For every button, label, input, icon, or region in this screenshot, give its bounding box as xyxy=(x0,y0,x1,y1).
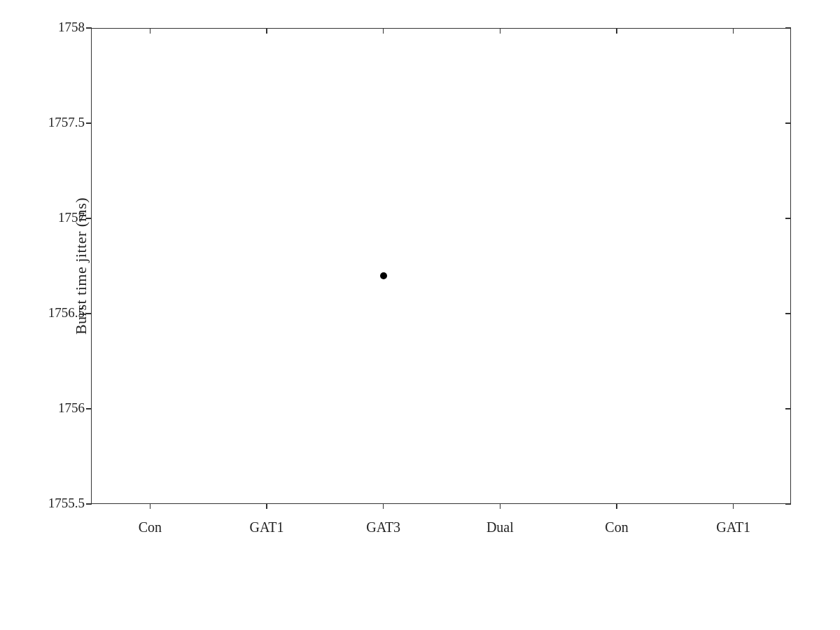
x-tick xyxy=(383,503,384,509)
y-tick-label: 1755.5 xyxy=(29,496,85,511)
x-tick xyxy=(500,503,501,509)
x-top-tick xyxy=(266,28,267,34)
y-tick-label: 1756.5 xyxy=(29,305,85,321)
x-label: Con xyxy=(605,519,628,536)
chart-area: 1755.517561756.517571757.51758ConGAT1GAT… xyxy=(91,28,791,504)
y-right-tick xyxy=(785,408,791,410)
x-top-tick xyxy=(383,28,384,34)
x-top-tick xyxy=(500,28,501,34)
data-point xyxy=(380,272,387,279)
x-tick xyxy=(616,503,617,509)
x-tick xyxy=(150,503,151,509)
x-label: Dual xyxy=(486,519,514,536)
x-tick xyxy=(733,503,734,509)
chart-container: Burst time jitter (ms) 1755.517561756.51… xyxy=(0,0,840,630)
y-right-tick xyxy=(785,503,791,505)
y-tick-label: 1756 xyxy=(29,400,85,416)
y-tick-label: 1757 xyxy=(29,210,85,225)
y-tick-line xyxy=(86,218,92,219)
y-right-tick xyxy=(785,122,791,124)
x-top-tick xyxy=(150,28,151,34)
x-label: Con xyxy=(139,519,162,536)
y-tick-label: 1758 xyxy=(29,20,85,35)
x-tick xyxy=(266,503,267,509)
y-tick-line xyxy=(86,313,92,314)
x-top-tick xyxy=(616,28,617,34)
y-right-tick xyxy=(785,218,791,219)
x-label: GAT1 xyxy=(250,519,284,536)
y-tick-line xyxy=(86,122,92,124)
y-tick-line xyxy=(86,408,92,410)
x-label: GAT1 xyxy=(716,519,750,536)
y-tick-line xyxy=(86,503,92,505)
y-tick-line xyxy=(86,27,92,29)
y-right-tick xyxy=(785,27,791,29)
x-label: GAT3 xyxy=(366,519,400,536)
x-top-tick xyxy=(733,28,734,34)
y-tick-label: 1757.5 xyxy=(29,115,85,130)
y-right-tick xyxy=(785,313,791,314)
